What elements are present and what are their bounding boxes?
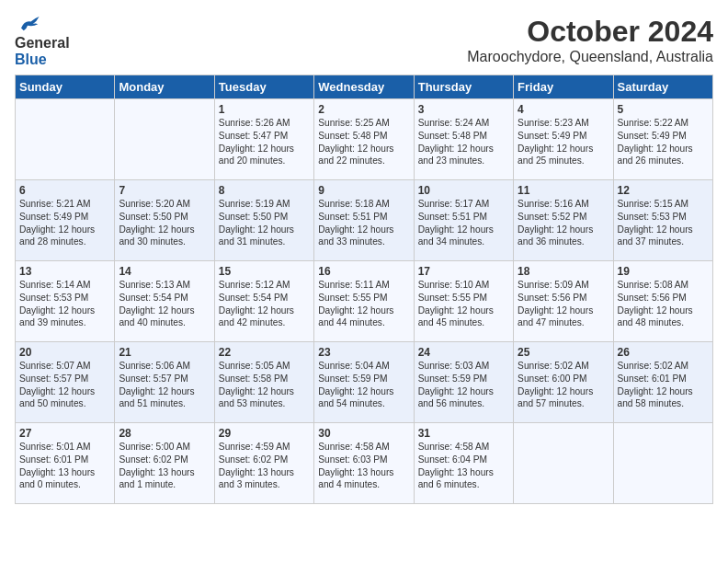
day-number: 31	[418, 427, 509, 440]
day-number: 19	[618, 265, 709, 278]
calendar-cell: 20Sunrise: 5:07 AM Sunset: 5:57 PM Dayli…	[16, 342, 115, 423]
calendar-cell: 26Sunrise: 5:02 AM Sunset: 6:01 PM Dayli…	[613, 342, 712, 423]
calendar-cell: 5Sunrise: 5:22 AM Sunset: 5:49 PM Daylig…	[613, 99, 712, 180]
logo-line2: Blue	[15, 52, 70, 68]
calendar-cell: 9Sunrise: 5:18 AM Sunset: 5:51 PM Daylig…	[314, 180, 414, 261]
day-number: 25	[518, 346, 609, 359]
day-number: 26	[618, 346, 709, 359]
day-info: Sunrise: 5:12 AM Sunset: 5:54 PM Dayligh…	[219, 279, 310, 329]
calendar-cell: 21Sunrise: 5:06 AM Sunset: 5:57 PM Dayli…	[115, 342, 214, 423]
day-info: Sunrise: 4:59 AM Sunset: 6:02 PM Dayligh…	[219, 441, 310, 491]
day-info: Sunrise: 5:07 AM Sunset: 5:57 PM Dayligh…	[19, 360, 110, 410]
day-number: 24	[418, 346, 509, 359]
day-number: 27	[19, 427, 110, 440]
day-info: Sunrise: 5:14 AM Sunset: 5:53 PM Dayligh…	[19, 279, 110, 329]
day-number: 11	[518, 184, 609, 197]
calendar-cell	[613, 423, 712, 504]
day-number: 28	[119, 427, 210, 440]
day-info: Sunrise: 5:08 AM Sunset: 5:56 PM Dayligh…	[618, 279, 709, 329]
day-number: 18	[518, 265, 609, 278]
day-number: 6	[19, 184, 110, 197]
day-number: 2	[318, 103, 409, 116]
column-header-monday: Monday	[115, 75, 214, 99]
calendar-cell: 29Sunrise: 4:59 AM Sunset: 6:02 PM Dayli…	[214, 423, 313, 504]
day-info: Sunrise: 5:10 AM Sunset: 5:55 PM Dayligh…	[418, 279, 509, 329]
day-info: Sunrise: 5:16 AM Sunset: 5:52 PM Dayligh…	[518, 198, 609, 248]
calendar-week-row: 20Sunrise: 5:07 AM Sunset: 5:57 PM Dayli…	[16, 342, 713, 423]
calendar-week-row: 6Sunrise: 5:21 AM Sunset: 5:49 PM Daylig…	[16, 180, 713, 261]
calendar-cell: 19Sunrise: 5:08 AM Sunset: 5:56 PM Dayli…	[613, 261, 712, 342]
logo-line1: General	[15, 35, 70, 52]
page-title: October 2024	[467, 15, 713, 49]
calendar-cell: 4Sunrise: 5:23 AM Sunset: 5:49 PM Daylig…	[514, 99, 613, 180]
day-info: Sunrise: 5:26 AM Sunset: 5:47 PM Dayligh…	[219, 117, 310, 167]
day-info: Sunrise: 5:02 AM Sunset: 6:00 PM Dayligh…	[518, 360, 609, 410]
calendar-cell: 7Sunrise: 5:20 AM Sunset: 5:50 PM Daylig…	[115, 180, 214, 261]
day-info: Sunrise: 5:02 AM Sunset: 6:01 PM Dayligh…	[618, 360, 709, 410]
day-info: Sunrise: 5:03 AM Sunset: 5:59 PM Dayligh…	[418, 360, 509, 410]
page-subtitle: Maroochydore, Queensland, Australia	[467, 49, 713, 65]
calendar-cell: 17Sunrise: 5:10 AM Sunset: 5:55 PM Dayli…	[414, 261, 513, 342]
day-number: 3	[418, 103, 509, 116]
calendar-week-row: 27Sunrise: 5:01 AM Sunset: 6:01 PM Dayli…	[16, 423, 713, 504]
calendar-cell: 23Sunrise: 5:04 AM Sunset: 5:59 PM Dayli…	[314, 342, 414, 423]
day-number: 23	[318, 346, 409, 359]
calendar-cell: 8Sunrise: 5:19 AM Sunset: 5:50 PM Daylig…	[214, 180, 313, 261]
day-number: 8	[219, 184, 310, 197]
day-number: 12	[618, 184, 709, 197]
calendar-cell: 24Sunrise: 5:03 AM Sunset: 5:59 PM Dayli…	[414, 342, 513, 423]
column-header-thursday: Thursday	[414, 75, 513, 99]
day-info: Sunrise: 5:13 AM Sunset: 5:54 PM Dayligh…	[119, 279, 210, 329]
day-number: 5	[618, 103, 709, 116]
calendar-cell: 6Sunrise: 5:21 AM Sunset: 5:49 PM Daylig…	[16, 180, 115, 261]
day-info: Sunrise: 4:58 AM Sunset: 6:04 PM Dayligh…	[418, 441, 509, 491]
logo-bird-icon	[15, 15, 40, 35]
day-info: Sunrise: 5:00 AM Sunset: 6:02 PM Dayligh…	[119, 441, 210, 491]
day-info: Sunrise: 5:15 AM Sunset: 5:53 PM Dayligh…	[618, 198, 709, 248]
day-info: Sunrise: 5:18 AM Sunset: 5:51 PM Dayligh…	[318, 198, 409, 248]
day-number: 30	[318, 427, 409, 440]
calendar-cell: 13Sunrise: 5:14 AM Sunset: 5:53 PM Dayli…	[16, 261, 115, 342]
day-number: 17	[418, 265, 509, 278]
day-info: Sunrise: 5:09 AM Sunset: 5:56 PM Dayligh…	[518, 279, 609, 329]
day-info: Sunrise: 4:58 AM Sunset: 6:03 PM Dayligh…	[318, 441, 409, 491]
day-info: Sunrise: 5:24 AM Sunset: 5:48 PM Dayligh…	[418, 117, 509, 167]
day-number: 15	[219, 265, 310, 278]
calendar-cell: 2Sunrise: 5:25 AM Sunset: 5:48 PM Daylig…	[314, 99, 414, 180]
calendar-cell: 18Sunrise: 5:09 AM Sunset: 5:56 PM Dayli…	[514, 261, 613, 342]
calendar-cell: 3Sunrise: 5:24 AM Sunset: 5:48 PM Daylig…	[414, 99, 513, 180]
column-header-tuesday: Tuesday	[214, 75, 313, 99]
day-info: Sunrise: 5:04 AM Sunset: 5:59 PM Dayligh…	[318, 360, 409, 410]
calendar-cell: 16Sunrise: 5:11 AM Sunset: 5:55 PM Dayli…	[314, 261, 414, 342]
day-number: 1	[219, 103, 310, 116]
day-info: Sunrise: 5:25 AM Sunset: 5:48 PM Dayligh…	[318, 117, 409, 167]
day-info: Sunrise: 5:05 AM Sunset: 5:58 PM Dayligh…	[219, 360, 310, 410]
logo: General Blue	[15, 15, 70, 67]
calendar-cell	[16, 99, 115, 180]
day-number: 16	[318, 265, 409, 278]
column-header-wednesday: Wednesday	[314, 75, 414, 99]
day-number: 13	[19, 265, 110, 278]
calendar-week-row: 1Sunrise: 5:26 AM Sunset: 5:47 PM Daylig…	[16, 99, 713, 180]
day-number: 7	[119, 184, 210, 197]
day-info: Sunrise: 5:22 AM Sunset: 5:49 PM Dayligh…	[618, 117, 709, 167]
calendar-cell: 27Sunrise: 5:01 AM Sunset: 6:01 PM Dayli…	[16, 423, 115, 504]
calendar-cell: 1Sunrise: 5:26 AM Sunset: 5:47 PM Daylig…	[214, 99, 313, 180]
calendar-cell: 30Sunrise: 4:58 AM Sunset: 6:03 PM Dayli…	[314, 423, 414, 504]
day-info: Sunrise: 5:11 AM Sunset: 5:55 PM Dayligh…	[318, 279, 409, 329]
day-info: Sunrise: 5:23 AM Sunset: 5:49 PM Dayligh…	[518, 117, 609, 167]
day-number: 21	[119, 346, 210, 359]
day-number: 9	[318, 184, 409, 197]
calendar-week-row: 13Sunrise: 5:14 AM Sunset: 5:53 PM Dayli…	[16, 261, 713, 342]
day-number: 20	[19, 346, 110, 359]
calendar-cell: 31Sunrise: 4:58 AM Sunset: 6:04 PM Dayli…	[414, 423, 513, 504]
day-info: Sunrise: 5:17 AM Sunset: 5:51 PM Dayligh…	[418, 198, 509, 248]
calendar-cell: 11Sunrise: 5:16 AM Sunset: 5:52 PM Dayli…	[514, 180, 613, 261]
day-number: 10	[418, 184, 509, 197]
calendar-cell	[115, 99, 214, 180]
day-info: Sunrise: 5:06 AM Sunset: 5:57 PM Dayligh…	[119, 360, 210, 410]
day-info: Sunrise: 5:19 AM Sunset: 5:50 PM Dayligh…	[219, 198, 310, 248]
day-info: Sunrise: 5:01 AM Sunset: 6:01 PM Dayligh…	[19, 441, 110, 491]
column-header-friday: Friday	[514, 75, 613, 99]
calendar-cell: 28Sunrise: 5:00 AM Sunset: 6:02 PM Dayli…	[115, 423, 214, 504]
